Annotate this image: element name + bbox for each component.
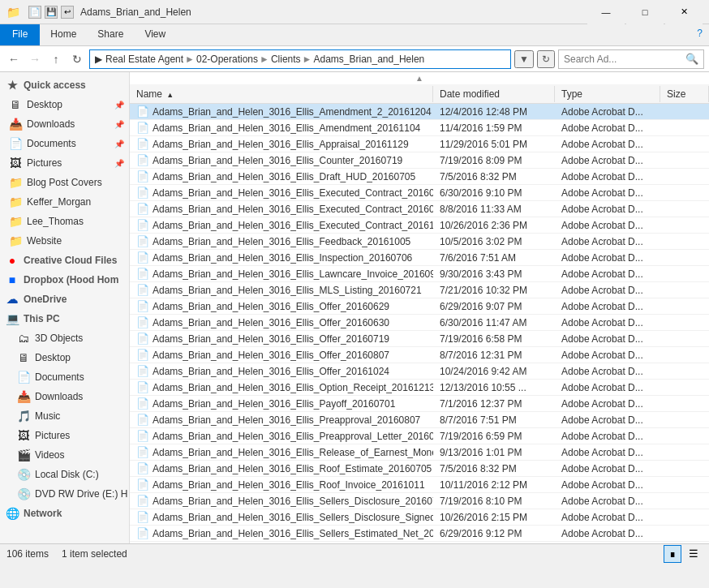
file-date: 6/29/2016 9:07 PM xyxy=(433,300,555,313)
file-size xyxy=(660,517,709,518)
sidebar-item-downloads[interactable]: 📥 Downloads 📌 xyxy=(0,114,129,134)
file-type: Adobe Acrobat D... xyxy=(555,397,660,410)
sidebar-item-desktop[interactable]: 🖥 Desktop 📌 xyxy=(0,95,129,114)
refresh-button[interactable]: ↻ xyxy=(68,50,86,68)
onedrive-icon: ☁ xyxy=(5,293,19,306)
table-row[interactable]: 📄 Adams_Brian_and_Helen_3016_Ellis_Execu… xyxy=(130,217,709,234)
table-row[interactable]: 📄 Adams_Brian_and_Helen_3016_Ellis_Offer… xyxy=(130,363,709,380)
sidebar-item-pictures[interactable]: 🖼 Pictures 📌 xyxy=(0,153,129,173)
sidebar-item-website[interactable]: 📁 Website xyxy=(0,231,129,251)
sidebar-item-documents2[interactable]: 📄 Documents xyxy=(0,367,129,387)
sidebar-item-desktop2[interactable]: 🖥 Desktop xyxy=(0,348,129,367)
table-row[interactable]: 📄 Adams_Brian_and_Helen_3016_Ellis_MLS_L… xyxy=(130,282,709,298)
grid-view-button[interactable]: ∎ xyxy=(664,545,681,563)
location-dropdown-button[interactable]: ▼ xyxy=(514,50,534,68)
col-header-size[interactable]: Size xyxy=(660,86,709,102)
table-row[interactable]: 📄 Adams_Brian_and_Helen_3016_Ellis_Offer… xyxy=(130,315,709,331)
breadcrumb-level2[interactable]: 02-Operations xyxy=(196,54,258,65)
table-row[interactable]: 📄 Adams_Brian_and_Helen_3016_Ellis_Preap… xyxy=(130,428,709,444)
table-row[interactable]: 📄 Adams_Brian_and_Helen_3016_Ellis_Count… xyxy=(130,152,709,169)
forward-button[interactable]: → xyxy=(26,50,44,68)
table-row[interactable]: 📄 Adams_Brian_and_Helen_3016_Ellis_Preap… xyxy=(130,412,709,428)
downloads2-icon: 📥 xyxy=(16,390,31,403)
sidebar-item-videos[interactable]: 🎬 Videos xyxy=(0,445,129,465)
col-header-type[interactable]: Type xyxy=(555,86,660,102)
table-row[interactable]: 📄 Adams_Brian_and_Helen_3016_Ellis_Offer… xyxy=(130,298,709,315)
file-type: Adobe Acrobat D... xyxy=(555,365,660,378)
sidebar-item-documents[interactable]: 📄 Documents 📌 xyxy=(0,134,129,153)
pdf-icon: 📄 xyxy=(136,365,149,377)
sidebar-item-local-disk[interactable]: 💿 Local Disk (C:) xyxy=(0,465,129,484)
file-name: Adams_Brian_and_Helen_3016_Ellis_Release… xyxy=(153,447,433,458)
file-size xyxy=(660,290,709,291)
sidebar-quick-access-header[interactable]: ★ Quick access xyxy=(0,75,129,95)
breadcrumb-root[interactable]: ▶ xyxy=(95,54,102,65)
file-size xyxy=(660,354,709,356)
col-header-name[interactable]: Name ▲ xyxy=(130,86,433,102)
sidebar-item-lee[interactable]: 📁 Lee_Thomas xyxy=(0,212,129,231)
view-controls: ∎ ☰ xyxy=(664,545,703,563)
ribbon: File Home Share View ? xyxy=(0,24,709,46)
table-row[interactable]: 📄 Adams_Brian_and_Helen_3016_Ellis_Inspe… xyxy=(130,250,709,266)
sidebar-dropbox-header[interactable]: ■ Dropbox (Hood Hom xyxy=(0,270,129,290)
list-view-button[interactable]: ☰ xyxy=(685,545,703,563)
tab-home[interactable]: Home xyxy=(40,24,87,45)
table-row[interactable]: 📄 Adams_Brian_and_Helen_3016_Ellis_Execu… xyxy=(130,201,709,217)
sidebar-item-blog[interactable]: 📁 Blog Post Covers xyxy=(0,173,129,192)
sidebar-creative-cloud-header[interactable]: ● Creative Cloud Files xyxy=(0,251,129,270)
sidebar-item-keffer[interactable]: 📁 Keffer_Morgan xyxy=(0,192,129,212)
back-button[interactable]: ← xyxy=(5,50,23,68)
save-icon[interactable]: 💾 xyxy=(45,6,58,19)
breadcrumb-level3[interactable]: Clients xyxy=(271,54,301,65)
pdf-icon: 📄 xyxy=(136,251,149,264)
table-row[interactable]: 📄 Adams_Brian_and_Helen_3016_Ellis_Selle… xyxy=(130,493,709,509)
minimize-button[interactable]: — xyxy=(587,0,625,24)
file-date: 10/26/2016 2:15 PM xyxy=(433,511,555,524)
table-row[interactable]: 📄 Adams_Brian_and_Helen_3016_Ellis_Optio… xyxy=(130,380,709,396)
table-row[interactable]: 📄 Adams_Brian_and_Helen_3016_Ellis_Offer… xyxy=(130,331,709,347)
close-button[interactable]: ✕ xyxy=(665,0,703,24)
help-button[interactable]: ? xyxy=(690,24,709,45)
thispc-icon: 💻 xyxy=(5,312,19,325)
table-row[interactable]: 📄 Adams_Brian_and_Helen_3016_Ellis_Amend… xyxy=(130,104,709,120)
sidebar-onedrive-header[interactable]: ☁ OneDrive xyxy=(0,290,129,309)
sidebar-item-pictures2[interactable]: 🖼 Pictures xyxy=(0,426,129,445)
table-row[interactable]: 📄 Adams_Brian_and_Helen_3016_Ellis_Selle… xyxy=(130,509,709,526)
file-name: Adams_Brian_and_Helen_3016_Ellis_Draft_H… xyxy=(153,171,415,182)
breadcrumb-level4[interactable]: Adams_Brian_and_Helen xyxy=(313,54,424,65)
breadcrumb[interactable]: ▶ Real Estate Agent ► 02-Operations ► Cl… xyxy=(89,49,511,69)
tab-file[interactable]: File xyxy=(0,24,40,45)
quick-access-icon[interactable]: 📄 xyxy=(28,6,41,19)
table-row[interactable]: 📄 Adams_Brian_and_Helen_3016_Ellis_Appra… xyxy=(130,136,709,152)
breadcrumb-level1[interactable]: Real Estate Agent xyxy=(105,54,183,65)
table-row[interactable]: 📄 Adams_Brian_and_Helen_3016_Ellis_Execu… xyxy=(130,185,709,201)
col-header-date[interactable]: Date modified xyxy=(433,86,555,102)
sidebar-network-header[interactable]: 🌐 Network xyxy=(0,504,129,523)
table-row[interactable]: 📄 Adams_Brian_and_Helen_3016_Ellis_Relea… xyxy=(130,444,709,461)
table-row[interactable]: 📄 Adams_Brian_and_Helen_3016_Ellis_Offer… xyxy=(130,347,709,363)
sidebar-item-music[interactable]: 🎵 Music xyxy=(0,406,129,426)
table-row[interactable]: 📄 Adams_Brian_and_Helen_3016_Ellis_Roof_… xyxy=(130,461,709,477)
location-refresh-button[interactable]: ↻ xyxy=(537,50,555,68)
search-box[interactable]: 🔍 xyxy=(558,49,704,69)
undo-icon[interactable]: ↩ xyxy=(61,6,74,19)
file-name: Adams_Brian_and_Helen_3016_Ellis_Roof_Es… xyxy=(153,463,432,474)
sidebar-item-dvd[interactable]: 💿 DVD RW Drive (E:) H xyxy=(0,484,129,504)
maximize-button[interactable]: □ xyxy=(626,0,664,24)
tab-view[interactable]: View xyxy=(134,24,176,45)
tab-share[interactable]: Share xyxy=(87,24,134,45)
table-row[interactable]: 📄 Adams_Brian_and_Helen_3016_Ellis_Selle… xyxy=(130,526,709,542)
table-row[interactable]: 📄 Adams_Brian_and_Helen_3016_Ellis_Draft… xyxy=(130,169,709,185)
sidebar-thispc-header[interactable]: 💻 This PC xyxy=(0,309,129,328)
table-row[interactable]: 📄 Adams_Brian_and_Helen_3016_Ellis_Payof… xyxy=(130,396,709,412)
up-button[interactable]: ↑ xyxy=(47,50,65,68)
file-size xyxy=(660,306,709,307)
table-row[interactable]: 📄 Adams_Brian_and_Helen_3016_Ellis_Roof_… xyxy=(130,477,709,493)
sidebar-item-downloads2[interactable]: 📥 Downloads xyxy=(0,387,129,406)
table-row[interactable]: 📄 Adams_Brian_and_Helen_3016_Ellis_Feedb… xyxy=(130,234,709,250)
table-row[interactable]: 📄 Adams_Brian_and_Helen_3016_Ellis_Lawnc… xyxy=(130,266,709,282)
search-input[interactable] xyxy=(564,54,685,65)
sidebar-item-3dobjects[interactable]: 🗂 3D Objects xyxy=(0,328,129,348)
file-name: Adams_Brian_and_Helen_3016_Ellis_Preappr… xyxy=(153,431,433,442)
table-row[interactable]: 📄 Adams_Brian_and_Helen_3016_Ellis_Amend… xyxy=(130,120,709,136)
